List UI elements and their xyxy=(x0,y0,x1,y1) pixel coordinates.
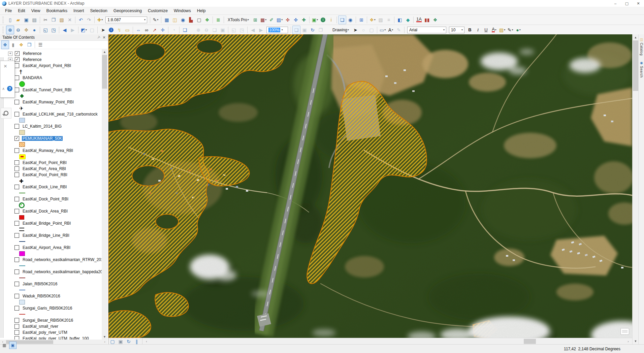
toc-layer-row[interactable]: Sungai_Besar_RBI50K2016 xyxy=(0,317,102,323)
layer-visibility-checkbox[interactable] xyxy=(14,330,19,335)
toc-layer-row[interactable]: Sungai_Garis_RBI50K2016 xyxy=(0,305,102,311)
measure-icon[interactable]: ⇔ xyxy=(134,26,142,34)
map-vertical-scrollbar[interactable]: ▲ ▼ xyxy=(632,34,639,344)
tab-catalog[interactable]: ◫Catalog xyxy=(639,36,644,58)
layout-fixed-zoom-out-icon[interactable]: ◳ xyxy=(238,26,246,34)
layer-name[interactable]: EastKal_poly_river_UTM xyxy=(22,330,68,335)
add-data-icon[interactable]: ✚▾ xyxy=(96,15,104,24)
scroll-down-icon[interactable]: ▼ xyxy=(102,334,107,340)
info-yellow-icon[interactable]: i xyxy=(327,15,335,24)
toc-layer-row[interactable]: BANDARA xyxy=(0,75,102,81)
italic-button[interactable]: I xyxy=(474,26,482,34)
toc-layer-row[interactable]: EastKal_Dock_Point_RBI xyxy=(0,196,102,202)
python-window-icon[interactable]: ▢ xyxy=(195,15,203,24)
toc-layer-row[interactable]: EastKal_small_river xyxy=(0,323,102,329)
layer-visibility-checkbox[interactable]: ✓ xyxy=(15,51,20,56)
list-by-source-icon[interactable]: ▮ xyxy=(9,40,17,49)
menu-customize[interactable]: Customize xyxy=(145,7,171,14)
list-by-visibility-icon[interactable]: ❖ xyxy=(17,40,25,49)
toc-layer-row[interactable]: EastKal_Bridge_Point_RBI xyxy=(0,220,102,226)
layer-name[interactable]: PEMUKIMANAR_50K xyxy=(22,136,63,141)
layer-name[interactable]: EastKal_poly_river_UTM_buffer_100 xyxy=(22,336,90,340)
map-inset-icon[interactable] xyxy=(620,328,629,335)
arctoolbox-icon[interactable]: ▙ xyxy=(187,15,195,24)
expand-toggle[interactable]: + xyxy=(8,52,12,56)
layer-name[interactable]: Sungai_Garis_RBI50K2016 xyxy=(22,306,73,311)
xtools-add-table-icon[interactable]: ⊞ xyxy=(251,15,259,24)
label-manager-icon[interactable]: 1A xyxy=(415,15,423,24)
focus-data-frame-icon[interactable]: ▣ xyxy=(300,26,309,34)
toc-layer-row[interactable]: EastKal_Port_Area_RBI xyxy=(0,166,102,172)
layer-name[interactable]: EastKal_Runway_Area_RBI xyxy=(22,148,74,153)
menu-file[interactable]: File xyxy=(2,7,15,14)
layers-stack-icon[interactable]: ❖▾ xyxy=(368,15,377,24)
toc-layer-row[interactable]: Road_networks_eastkalimantan_RTRW_2016 xyxy=(0,257,102,263)
select-by-location-icon[interactable]: ✜ xyxy=(284,15,292,24)
toc-layer-row[interactable]: ✓PEMUKIMANAR_50K xyxy=(0,135,102,141)
menu-help[interactable]: Help xyxy=(194,7,209,14)
layer-name[interactable]: EastKal_Port_Point_RBI xyxy=(22,160,67,165)
help-icon[interactable]: ? xyxy=(7,86,12,91)
full-extent-icon[interactable]: ● xyxy=(30,26,38,34)
scrollbar-thumb[interactable] xyxy=(524,339,536,344)
menu-selection[interactable]: Selection xyxy=(87,7,110,14)
editor-pencil-icon[interactable]: ✎▾ xyxy=(152,15,160,24)
layer-name[interactable]: EastKal_Bridge_Line_RBI xyxy=(22,233,70,238)
layer-visibility-checkbox[interactable] xyxy=(14,318,19,323)
layer-name[interactable]: EastKal_Port_Area_RBI xyxy=(22,166,67,171)
layer-name[interactable]: EastKal_Dock_Point_RBI xyxy=(22,197,69,201)
text-tool-icon[interactable]: A▾ xyxy=(387,26,395,34)
toc-layer-row[interactable]: LC_Kaltim_2014_BIG xyxy=(0,123,102,129)
toc-layer-row[interactable]: EastKal_Runway_Area_RBI xyxy=(0,148,102,154)
xtools-table-icon[interactable]: ▦▾ xyxy=(259,15,267,24)
layout-zoom-whole-icon[interactable]: ❏ xyxy=(211,26,219,34)
underline-button[interactable]: U xyxy=(482,26,490,34)
layer-name[interactable]: EastKal_LCKLHK_peat_718_carbonstock xyxy=(22,112,98,117)
new-document-icon[interactable]: ▯ xyxy=(6,15,14,24)
layer-visibility-checkbox[interactable] xyxy=(14,160,19,165)
toc-layer-row[interactable]: EastKal_Pool_Point_RBI xyxy=(0,172,102,178)
edit-vertices-icon[interactable]: ✎ xyxy=(395,26,403,34)
toc-layer-row[interactable]: EastKal_Tunnel_Point_RBI xyxy=(0,87,102,93)
font-name-combo[interactable]: Arial▾ xyxy=(407,27,446,33)
forward-extent-icon[interactable]: ▶ xyxy=(69,26,77,34)
pan-icon[interactable]: ✥ xyxy=(22,26,30,34)
paste-icon[interactable]: ▧ xyxy=(58,15,66,24)
connections-icon[interactable]: ≣ xyxy=(214,15,222,24)
xtools-pro-menu[interactable]: XTools Pro▾ xyxy=(225,16,251,24)
layer-visibility-checkbox[interactable] xyxy=(14,233,19,238)
scroll-up-icon[interactable]: ▲ xyxy=(633,35,639,40)
select-by-attribute-icon[interactable]: ✜ xyxy=(292,15,300,24)
rotate-element-icon[interactable]: ○ xyxy=(359,26,367,34)
html-popup-icon[interactable]: ▭ xyxy=(123,26,131,34)
layer-visibility-checkbox[interactable] xyxy=(14,197,19,201)
layout-windows-icon[interactable]: ❏ xyxy=(338,15,346,24)
layer-visibility-checkbox[interactable] xyxy=(14,269,19,274)
close-icon[interactable]: × xyxy=(4,63,7,70)
toggle-draft-mode-icon[interactable]: ❏ xyxy=(292,26,300,34)
layer-visibility-checkbox[interactable] xyxy=(14,100,19,104)
toc-vertical-scrollbar[interactable]: ▲ ▼ xyxy=(102,49,107,340)
toc-layer-row[interactable]: EastKal_LCKLHK_peat_718_carbonstock xyxy=(0,111,102,117)
identify-icon[interactable]: i xyxy=(107,26,115,34)
layout-fixed-zoom-in-icon[interactable]: ◱ xyxy=(230,26,238,34)
close-button[interactable]: ✕ xyxy=(633,0,644,7)
map-scale-combo[interactable]: 1:8.087▾ xyxy=(105,17,147,23)
layer-visibility-checkbox[interactable] xyxy=(14,166,19,171)
toc-options-icon[interactable]: ☰ xyxy=(36,40,44,49)
tab-search[interactable]: ◉Search xyxy=(639,59,644,80)
delete-icon[interactable]: ✕ xyxy=(66,15,74,24)
xtools-layer-edit-icon[interactable]: ▨▾ xyxy=(276,15,284,24)
toc-layer-row[interactable]: +✓Reference xyxy=(0,57,102,63)
layer-name[interactable]: Reference xyxy=(22,51,42,56)
redo-icon[interactable]: ↷ xyxy=(85,15,93,24)
layer-name[interactable]: EastKal_Runway_Point_RBI xyxy=(22,100,74,104)
scrollbar-thumb[interactable] xyxy=(633,40,638,91)
list-by-drawing-order-icon[interactable]: ❖ xyxy=(1,40,9,49)
layer-visibility-checkbox[interactable] xyxy=(14,75,19,80)
menu-bookmarks[interactable]: Bookmarks xyxy=(43,7,71,14)
scroll-down-icon[interactable]: ▼ xyxy=(633,339,639,344)
menu-view[interactable]: View xyxy=(28,7,43,14)
marker-color-icon[interactable]: ●▾ xyxy=(514,26,522,34)
hyperlink-icon[interactable]: ↯ xyxy=(115,26,123,34)
